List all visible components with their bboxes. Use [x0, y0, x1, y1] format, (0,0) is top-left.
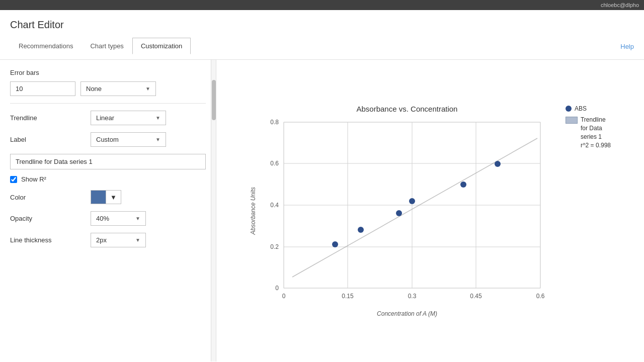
top-bar: chloebc@dlpho [0, 0, 644, 10]
line-thickness-row: Line thickness 2px ▼ [10, 233, 206, 247]
opacity-row: Opacity 40% ▼ [10, 211, 206, 226]
svg-text:0.45: 0.45 [470, 293, 482, 300]
r2-text: r^2 = 0.998 [581, 141, 611, 150]
y-axis-label: Absorbance Units [250, 187, 257, 235]
x-axis-label: Concentration of A (M) [377, 310, 437, 317]
svg-text:0.6: 0.6 [536, 293, 545, 300]
trendline-row: Trendline Linear ▼ [10, 111, 206, 125]
error-bars-value-input[interactable] [10, 81, 75, 96]
label-dropdown-value: Custom [96, 136, 119, 143]
trendline-dropdown-value: Linear [96, 114, 114, 122]
svg-text:0.4: 0.4 [270, 202, 279, 209]
error-bars-row: None ▼ [10, 81, 206, 96]
label-dropdown[interactable]: Custom ▼ [91, 132, 166, 147]
sidebar: Error bars None ▼ Trendline Linear ▼ Lab… [0, 60, 216, 361]
color-dropdown-arrow[interactable]: ▼ [106, 190, 121, 204]
show-r2-row: Show R² [10, 175, 206, 183]
trendline-dropdown[interactable]: Linear ▼ [91, 111, 166, 125]
data-point-1 [332, 241, 338, 247]
line-thickness-dropdown[interactable]: 2px ▼ [91, 233, 146, 247]
chart-legend: ABS Trendline for Data series 1 r^2 = 0.… [566, 105, 611, 150]
svg-text:0.2: 0.2 [270, 243, 279, 250]
label-label: Label [10, 136, 91, 143]
svg-text:0: 0 [282, 293, 286, 300]
data-point-6 [495, 161, 501, 167]
svg-text:0: 0 [275, 285, 279, 292]
color-swatch[interactable] [91, 190, 106, 204]
color-swatch-row: ▼ [91, 190, 121, 204]
tabs-container: Recommendations Chart types Customizatio… [10, 38, 634, 54]
tabs-left: Recommendations Chart types Customizatio… [10, 38, 191, 54]
divider-1 [10, 103, 206, 104]
trendline-label: Trendline [10, 114, 91, 122]
opacity-label: Opacity [10, 215, 91, 222]
chart-area: Absorbance Units Absorbance vs. Concentr… [216, 60, 644, 361]
label-dropdown-arrow: ▼ [155, 137, 160, 142]
main-content: Error bars None ▼ Trendline Linear ▼ Lab… [0, 60, 644, 361]
svg-text:0.6: 0.6 [270, 160, 279, 167]
opacity-dropdown-arrow: ▼ [135, 216, 140, 221]
data-point-4 [409, 198, 415, 204]
legend-trendline-rect [566, 117, 578, 124]
legend-trendline-item: Trendline for Data series 1 r^2 = 0.998 [566, 116, 611, 149]
trendline-dropdown-arrow: ▼ [155, 115, 160, 121]
color-dropdown-arrow-icon: ▼ [110, 194, 117, 201]
tab-recommendations[interactable]: Recommendations [10, 38, 82, 54]
tab-customization[interactable]: Customization [132, 38, 191, 54]
error-bars-dropdown[interactable]: None ▼ [80, 81, 156, 96]
opacity-dropdown[interactable]: 40% ▼ [91, 211, 146, 226]
legend-series-item: ABS [566, 105, 611, 113]
line-thickness-label: Line thickness [10, 236, 91, 244]
scrollbar-track[interactable] [211, 60, 216, 361]
error-bars-dropdown-value: None [86, 85, 102, 93]
chart-svg-wrapper: Absorbance vs. Concentration [259, 105, 555, 317]
help-link[interactable]: Help [620, 39, 634, 54]
svg-text:0.3: 0.3 [408, 293, 417, 300]
color-label: Color [10, 194, 91, 201]
data-point-3 [396, 210, 402, 216]
header: Chart Editor Recommendations Chart types… [0, 10, 644, 60]
user-email: chloebc@dlpho [601, 2, 639, 8]
tab-chart-types[interactable]: Chart types [82, 38, 132, 54]
color-row: Color ▼ [10, 190, 206, 204]
custom-label-input[interactable] [10, 154, 206, 169]
svg-text:0.15: 0.15 [342, 293, 354, 300]
chart-svg: 0 0.2 0.4 0.6 0.8 0 0.15 0.3 0.45 0.6 [259, 117, 555, 308]
svg-text:0.8: 0.8 [270, 119, 279, 126]
scrollbar-thumb[interactable] [212, 80, 216, 120]
error-bars-dropdown-arrow: ▼ [145, 86, 150, 92]
legend-trendline-text: Trendline for Data series 1 r^2 = 0.998 [581, 116, 611, 149]
page-title: Chart Editor [10, 19, 634, 31]
legend-series-dot [566, 106, 572, 112]
chart-container: Absorbance Units Absorbance vs. Concentr… [250, 105, 611, 317]
show-r2-label: Show R² [21, 175, 46, 183]
chart-title: Absorbance vs. Concentration [357, 105, 458, 113]
data-point-5 [460, 182, 466, 188]
line-thickness-dropdown-arrow: ▼ [135, 237, 140, 243]
show-r2-checkbox[interactable] [10, 176, 17, 183]
chart-wrapper: Absorbance Units Absorbance vs. Concentr… [250, 105, 555, 317]
line-thickness-dropdown-value: 2px [96, 236, 107, 244]
data-point-2 [358, 227, 364, 233]
error-bars-label: Error bars [10, 69, 206, 76]
error-bars-section: Error bars None ▼ [10, 69, 206, 96]
legend-series-label: ABS [575, 105, 587, 113]
opacity-dropdown-value: 40% [96, 215, 109, 222]
label-row: Label Custom ▼ [10, 132, 206, 147]
